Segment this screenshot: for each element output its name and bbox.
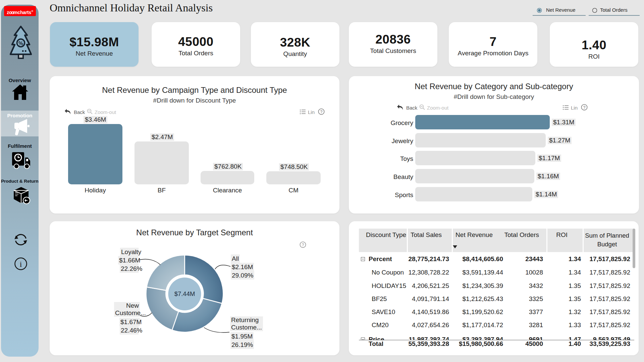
svg-text:i: i: [20, 260, 22, 268]
svg-text:$7.44M: $7.44M: [174, 290, 195, 297]
svg-text:%: %: [18, 41, 23, 46]
svg-text:?: ?: [583, 105, 586, 110]
svg-text:?: ?: [320, 110, 323, 114]
